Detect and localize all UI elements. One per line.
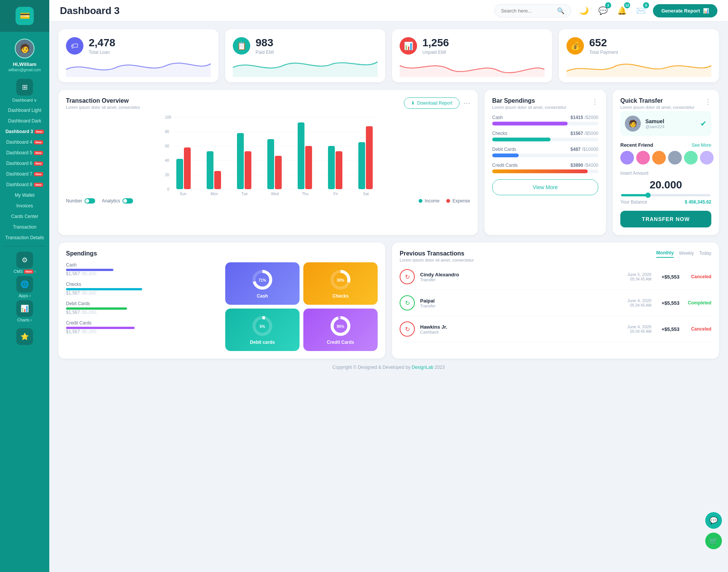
bottom-row: Spendings Cash $1,567 /$5,000	[58, 243, 719, 359]
fab-wrap: 💬 🛒	[705, 512, 722, 549]
tx-date-paipal: June 4, 202005:34:45 AM	[621, 298, 651, 307]
friend-avatar-5[interactable]	[684, 151, 698, 165]
qt-user-name: Samuel	[645, 118, 664, 124]
total-payment-value: 652	[589, 37, 618, 49]
donut-credit: 96% Credit Cards	[303, 309, 378, 351]
generate-report-button[interactable]: Generate Report 📊	[653, 4, 717, 17]
tx-icon-cindy: ↻	[400, 269, 415, 284]
search-icon[interactable]: 🔍	[557, 7, 565, 14]
svg-text:Tue: Tue	[242, 192, 248, 196]
donut-checks-svg: 30%	[329, 268, 352, 291]
theme-toggle[interactable]: 🌙	[577, 4, 591, 17]
apps-icon[interactable]: 🌐	[16, 276, 33, 293]
tx-status-paipal: Completed	[685, 300, 711, 306]
svg-rect-30	[336, 151, 342, 189]
quick-transfer-card: Quick Transfer Lorem ipsum dolor sit ame…	[613, 90, 719, 235]
friend-avatar-2[interactable]	[636, 151, 650, 165]
sidebar-item-dashboard-4[interactable]: Dashboard 4 New	[0, 137, 49, 147]
sidebar-item-dashboard-3[interactable]: Dashboard 3 New	[0, 126, 49, 137]
bar-spend-credit: Credit Cards $3890 /$4000	[492, 163, 598, 173]
message-badge: 5	[643, 2, 649, 8]
footer-link[interactable]: DexignLab	[412, 365, 433, 370]
apps-label[interactable]: Apps ›	[19, 293, 31, 298]
donut-cash-svg: 71%	[251, 268, 274, 291]
charts-icon[interactable]: 📊	[16, 300, 33, 317]
friend-avatar-3[interactable]	[652, 151, 666, 165]
number-toggle[interactable]	[85, 198, 95, 204]
dashboard-nav-icon[interactable]: ⊞	[16, 79, 33, 96]
svg-text:20: 20	[165, 173, 169, 177]
svg-rect-19	[176, 159, 183, 189]
bar-spendings-menu[interactable]: ⋮	[592, 97, 598, 106]
bar-spend-cash: Cash $1415 /$2000	[492, 115, 598, 125]
tab-weekly[interactable]: Weekly	[679, 251, 694, 257]
stat-card-total-payment: 💰 652 Total Payment	[559, 29, 719, 82]
cms-icon[interactable]: ⚙	[16, 252, 33, 268]
sidebar-item-dashboard-6[interactable]: Dashboard 6 New	[0, 158, 49, 169]
legend-income: Income	[419, 198, 439, 204]
chart-legend: Number Analytics Income Expense	[66, 197, 470, 204]
tab-today[interactable]: Today	[699, 251, 711, 257]
bar-spendings-subtitle: Lorem ipsum dolor sit amet, consectetur	[492, 105, 566, 110]
qt-user-handle: @sam224	[645, 124, 664, 129]
notification-button[interactable]: 🔔 12	[615, 4, 629, 17]
total-loan-value: 2,478	[89, 37, 115, 49]
message-button[interactable]: ✉️ 5	[634, 4, 648, 17]
quick-transfer-menu[interactable]: ⋮	[704, 97, 711, 106]
transfer-now-button[interactable]: TRANSFER NOW	[620, 211, 711, 227]
logo-icon[interactable]: 💳	[16, 7, 34, 25]
favorite-icon[interactable]: ⭐	[16, 328, 33, 345]
sidebar-item-transaction[interactable]: Transaction	[0, 222, 49, 232]
view-more-button[interactable]: View More	[492, 179, 598, 195]
tx-name-paipal: Paipal	[420, 298, 616, 304]
svg-rect-31	[358, 142, 365, 189]
friend-avatar-4[interactable]	[668, 151, 682, 165]
friend-avatar-6[interactable]	[700, 151, 714, 165]
sidebar-item-dashboard-5[interactable]: Dashboard 5 New	[0, 147, 49, 158]
spend-credit: Credit Cards $1,567 /$5,000	[66, 320, 218, 334]
sidebar-item-dashboard-dark[interactable]: Dashboard Dark	[0, 116, 49, 126]
charts-label[interactable]: Charts ›	[17, 318, 32, 322]
svg-rect-21	[207, 151, 213, 189]
tx-row-cindy: ↻ Cindy Alexandro Transfer June 5, 20200…	[400, 264, 711, 290]
sidebar-item-dashboard-8[interactable]: Dashboard 8 New	[0, 179, 49, 190]
quick-transfer-subtitle: Lorem ipsum dolor sit amet, consectetur	[620, 105, 695, 110]
sidebar-item-invoices[interactable]: Invoices	[0, 201, 49, 211]
sidebar-item-cards-center[interactable]: Cards Center	[0, 211, 49, 222]
stat-card-unpaid-emi: 📊 1,256 Unpaid EMI	[392, 29, 552, 82]
donut-checks: 30% Checks	[303, 262, 378, 305]
analytics-toggle[interactable]	[122, 198, 133, 204]
transaction-overview-menu[interactable]: ⋯	[463, 99, 470, 107]
paid-emi-wave	[233, 58, 378, 77]
friend-avatar-1[interactable]	[620, 151, 634, 165]
cart-fab[interactable]: 🛒	[705, 533, 722, 549]
dashboard-nav-label[interactable]: Dashboard ∨	[13, 98, 37, 103]
total-payment-icon: 💰	[566, 37, 584, 55]
transaction-overview-subtitle: Lorem ipsum dolor sit amet, consectetur	[66, 105, 140, 110]
search-input[interactable]	[501, 8, 554, 14]
support-fab[interactable]: 💬	[705, 512, 722, 529]
svg-text:40: 40	[165, 158, 169, 163]
chat-button[interactable]: 💬 2	[596, 4, 610, 17]
sidebar-item-dashboard-light[interactable]: Dashboard Light	[0, 105, 49, 116]
sidebar-item-my-wallet[interactable]: My Wallet	[0, 190, 49, 201]
donut-cash-label: Cash	[257, 293, 268, 299]
bar-spend-debit: Debit Cards $487 /$10000	[492, 147, 598, 157]
see-more-link[interactable]: See More	[692, 143, 711, 148]
bar-spendings-title: Bar Spendings	[492, 97, 566, 104]
cms-label[interactable]: CMS New ›	[14, 269, 36, 274]
sidebar-logo: 💳	[0, 0, 49, 32]
spendings-title: Spendings	[66, 250, 378, 257]
spendings-card: Spendings Cash $1,567 /$5,000	[58, 243, 385, 359]
spendings-bars: Cash $1,567 /$5,000 Checks $1,567 /$5,00…	[66, 262, 218, 351]
unpaid-emi-value: 1,256	[422, 37, 449, 49]
donut-grid: 71% Cash 30% Checks	[225, 262, 378, 351]
download-report-button[interactable]: ⬇ Download Report	[404, 97, 460, 109]
slider-track	[621, 194, 711, 196]
sidebar-item-transaction-details[interactable]: Transaction Details	[0, 232, 49, 243]
slider-thumb[interactable]	[645, 193, 651, 198]
balance-value: $ 456,345.62	[685, 199, 711, 205]
tab-monthly[interactable]: Monthly	[656, 250, 674, 258]
svg-text:Fri: Fri	[333, 192, 338, 196]
sidebar-item-dashboard-7[interactable]: Dashboard 7 New	[0, 169, 49, 179]
